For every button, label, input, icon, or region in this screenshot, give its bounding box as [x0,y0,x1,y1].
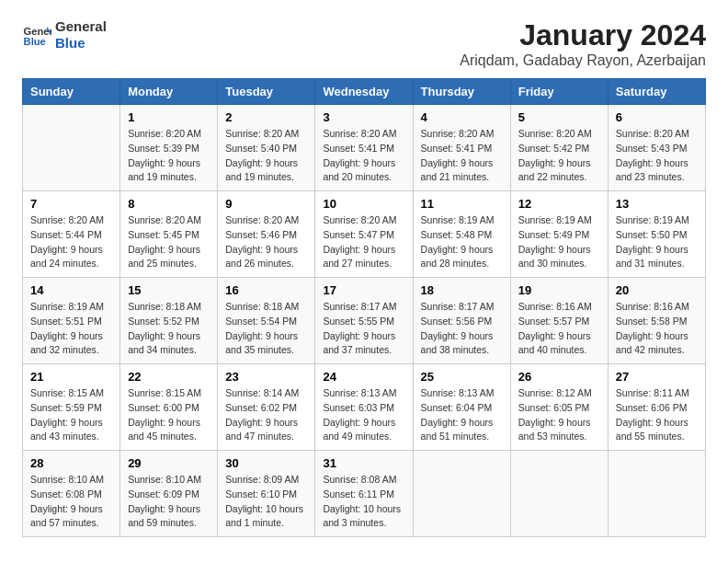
day-info: Sunrise: 8:20 AMSunset: 5:40 PMDaylight:… [225,127,307,185]
day-info: Sunrise: 8:16 AMSunset: 5:57 PMDaylight:… [518,300,600,358]
page-subtitle: Ariqdam, Gadabay Rayon, Azerbaijan [460,52,706,69]
day-number: 12 [518,197,600,211]
calendar-cell: 24Sunrise: 8:13 AMSunset: 6:03 PMDayligh… [315,364,413,451]
calendar-cell: 28Sunrise: 8:10 AMSunset: 6:08 PMDayligh… [23,451,120,537]
logo-line2: Blue [55,35,107,52]
day-number: 7 [30,197,112,211]
day-number: 9 [225,197,307,211]
calendar-cell: 6Sunrise: 8:20 AMSunset: 5:43 PMDaylight… [608,105,705,191]
day-number: 15 [128,283,210,297]
day-info: Sunrise: 8:19 AMSunset: 5:48 PMDaylight:… [421,213,503,271]
calendar-cell: 18Sunrise: 8:17 AMSunset: 5:56 PMDayligh… [413,278,510,364]
day-info: Sunrise: 8:19 AMSunset: 5:49 PMDaylight:… [518,213,600,271]
calendar-cell: 4Sunrise: 8:20 AMSunset: 5:41 PMDaylight… [413,105,510,191]
calendar-week-4: 21Sunrise: 8:15 AMSunset: 5:59 PMDayligh… [23,364,706,451]
day-info: Sunrise: 8:20 AMSunset: 5:43 PMDaylight:… [616,127,698,185]
calendar-cell: 1Sunrise: 8:20 AMSunset: 5:39 PMDaylight… [120,105,218,191]
calendar-cell: 3Sunrise: 8:20 AMSunset: 5:41 PMDaylight… [315,105,413,191]
calendar-week-3: 14Sunrise: 8:19 AMSunset: 5:51 PMDayligh… [23,278,706,364]
calendar-cell: 27Sunrise: 8:11 AMSunset: 6:06 PMDayligh… [608,364,705,451]
calendar-cell: 9Sunrise: 8:20 AMSunset: 5:46 PMDaylight… [218,191,315,278]
day-info: Sunrise: 8:20 AMSunset: 5:47 PMDaylight:… [323,213,404,271]
calendar-cell [608,451,705,537]
day-info: Sunrise: 8:15 AMSunset: 5:59 PMDaylight:… [30,386,112,444]
title-section: January 2024 Ariqdam, Gadabay Rayon, Aze… [460,18,706,69]
day-number: 14 [30,283,112,297]
day-info: Sunrise: 8:08 AMSunset: 6:11 PMDaylight:… [323,473,404,531]
day-number: 20 [616,283,698,297]
day-info: Sunrise: 8:12 AMSunset: 6:05 PMDaylight:… [518,386,600,444]
day-info: Sunrise: 8:13 AMSunset: 6:03 PMDaylight:… [323,386,404,444]
day-number: 24 [323,370,404,384]
calendar-cell: 19Sunrise: 8:16 AMSunset: 5:57 PMDayligh… [510,278,608,364]
calendar-cell: 26Sunrise: 8:12 AMSunset: 6:05 PMDayligh… [510,364,608,451]
logo-icon: General Blue [22,20,51,50]
day-number: 19 [518,283,600,297]
day-info: Sunrise: 8:18 AMSunset: 5:54 PMDaylight:… [225,300,307,358]
day-info: Sunrise: 8:19 AMSunset: 5:51 PMDaylight:… [30,300,112,358]
calendar-table: SundayMondayTuesdayWednesdayThursdayFrid… [22,78,706,537]
calendar-cell: 7Sunrise: 8:20 AMSunset: 5:44 PMDaylight… [23,191,120,278]
day-number: 27 [616,370,698,384]
day-info: Sunrise: 8:18 AMSunset: 5:52 PMDaylight:… [128,300,210,358]
day-info: Sunrise: 8:20 AMSunset: 5:44 PMDaylight:… [30,213,112,271]
calendar-cell: 5Sunrise: 8:20 AMSunset: 5:42 PMDaylight… [510,105,608,191]
calendar-cell: 12Sunrise: 8:19 AMSunset: 5:49 PMDayligh… [510,191,608,278]
calendar-week-2: 7Sunrise: 8:20 AMSunset: 5:44 PMDaylight… [23,191,706,278]
day-info: Sunrise: 8:20 AMSunset: 5:45 PMDaylight:… [128,213,210,271]
day-info: Sunrise: 8:17 AMSunset: 5:56 PMDaylight:… [421,300,503,358]
calendar-cell: 10Sunrise: 8:20 AMSunset: 5:47 PMDayligh… [315,191,413,278]
calendar-cell: 8Sunrise: 8:20 AMSunset: 5:45 PMDaylight… [120,191,218,278]
day-number: 28 [30,456,112,470]
calendar-cell: 16Sunrise: 8:18 AMSunset: 5:54 PMDayligh… [218,278,315,364]
day-number: 25 [421,370,503,384]
day-number: 3 [323,110,404,124]
day-info: Sunrise: 8:10 AMSunset: 6:08 PMDaylight:… [30,473,112,531]
calendar-cell: 23Sunrise: 8:14 AMSunset: 6:02 PMDayligh… [218,364,315,451]
calendar-cell: 22Sunrise: 8:15 AMSunset: 6:00 PMDayligh… [120,364,218,451]
calendar-cell [413,451,510,537]
calendar-week-5: 28Sunrise: 8:10 AMSunset: 6:08 PMDayligh… [23,451,706,537]
day-number: 21 [30,370,112,384]
day-number: 16 [225,283,307,297]
calendar-header-row: SundayMondayTuesdayWednesdayThursdayFrid… [23,79,706,105]
calendar-body: 1Sunrise: 8:20 AMSunset: 5:39 PMDaylight… [23,105,706,537]
col-header-wednesday: Wednesday [315,79,413,105]
calendar-cell: 2Sunrise: 8:20 AMSunset: 5:40 PMDaylight… [218,105,315,191]
day-number: 18 [421,283,503,297]
col-header-saturday: Saturday [608,79,705,105]
day-info: Sunrise: 8:20 AMSunset: 5:41 PMDaylight:… [421,127,503,185]
col-header-thursday: Thursday [413,79,510,105]
day-number: 8 [128,197,210,211]
calendar-cell: 13Sunrise: 8:19 AMSunset: 5:50 PMDayligh… [608,191,705,278]
day-info: Sunrise: 8:16 AMSunset: 5:58 PMDaylight:… [616,300,698,358]
calendar-cell: 30Sunrise: 8:09 AMSunset: 6:10 PMDayligh… [218,451,315,537]
day-number: 23 [225,370,307,384]
day-info: Sunrise: 8:14 AMSunset: 6:02 PMDaylight:… [225,386,307,444]
day-number: 11 [421,197,503,211]
calendar-cell: 11Sunrise: 8:19 AMSunset: 5:48 PMDayligh… [413,191,510,278]
day-info: Sunrise: 8:20 AMSunset: 5:46 PMDaylight:… [225,213,307,271]
day-number: 13 [616,197,698,211]
calendar-cell [23,105,120,191]
calendar-cell: 29Sunrise: 8:10 AMSunset: 6:09 PMDayligh… [120,451,218,537]
day-info: Sunrise: 8:19 AMSunset: 5:50 PMDaylight:… [616,213,698,271]
calendar-cell: 17Sunrise: 8:17 AMSunset: 5:55 PMDayligh… [315,278,413,364]
day-info: Sunrise: 8:20 AMSunset: 5:41 PMDaylight:… [323,127,404,185]
day-number: 30 [225,456,307,470]
day-info: Sunrise: 8:15 AMSunset: 6:00 PMDaylight:… [128,386,210,444]
day-number: 5 [518,110,600,124]
header: General Blue General Blue January 2024 A… [22,18,706,69]
svg-text:Blue: Blue [24,36,46,47]
calendar-cell: 14Sunrise: 8:19 AMSunset: 5:51 PMDayligh… [23,278,120,364]
day-number: 2 [225,110,307,124]
day-number: 29 [128,456,210,470]
col-header-friday: Friday [510,79,608,105]
day-number: 31 [323,456,404,470]
day-info: Sunrise: 8:09 AMSunset: 6:10 PMDaylight:… [225,473,307,531]
day-number: 22 [128,370,210,384]
calendar-cell: 21Sunrise: 8:15 AMSunset: 5:59 PMDayligh… [23,364,120,451]
calendar-week-1: 1Sunrise: 8:20 AMSunset: 5:39 PMDaylight… [23,105,706,191]
day-info: Sunrise: 8:13 AMSunset: 6:04 PMDaylight:… [421,386,503,444]
day-info: Sunrise: 8:20 AMSunset: 5:39 PMDaylight:… [128,127,210,185]
